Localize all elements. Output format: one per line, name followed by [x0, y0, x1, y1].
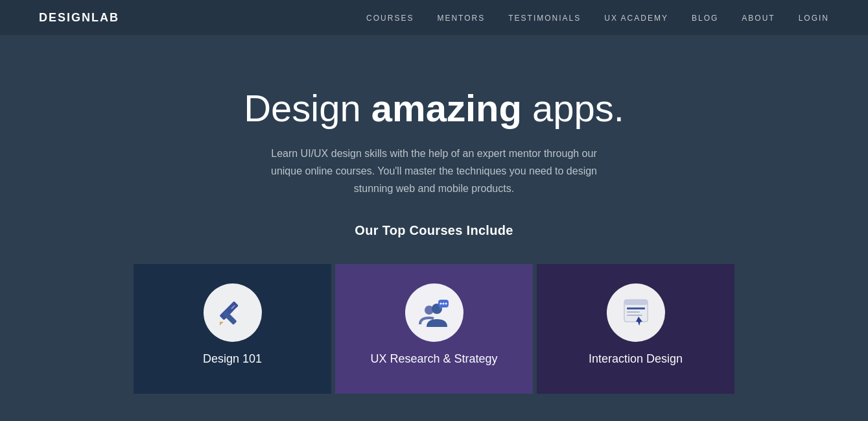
logo[interactable]: DESIGNLAB	[39, 11, 119, 25]
svg-rect-15	[627, 307, 645, 309]
design-101-icon-circle	[204, 283, 262, 342]
svg-point-10	[442, 303, 444, 305]
hero-title-bold: amazing	[371, 87, 522, 129]
cards-row: Design 101 UX	[0, 264, 868, 394]
logo-part2: LAB	[91, 11, 119, 24]
card-interaction-design[interactable]: Interaction Design	[537, 264, 734, 394]
nav-courses[interactable]: COURSES	[366, 14, 414, 23]
nav-login[interactable]: LOGIN	[799, 14, 829, 23]
hero-title: Design amazing apps.	[244, 88, 624, 129]
svg-point-9	[440, 303, 441, 305]
svg-line-5	[235, 310, 239, 313]
courses-heading: Our Top Courses Include	[355, 223, 513, 238]
ux-research-icon-circle	[405, 283, 463, 342]
nav-links: COURSES MENTORS TESTIMONIALS UX ACADEMY …	[366, 12, 829, 23]
svg-rect-17	[627, 315, 642, 316]
logo-part1: DESIGN	[39, 11, 91, 24]
ux-research-icon	[417, 296, 451, 330]
nav-ux-academy[interactable]: UX ACADEMY	[604, 14, 668, 23]
nav-about[interactable]: ABOUT	[742, 14, 775, 23]
card-interaction-title: Interaction Design	[589, 352, 683, 366]
card-design-101[interactable]: Design 101	[134, 264, 331, 394]
hero-subtitle: Learn UI/UX design skills with the help …	[266, 145, 603, 198]
nav-mentors[interactable]: MENTORS	[437, 14, 485, 23]
card-ux-title: UX Research & Strategy	[370, 352, 497, 366]
navigation: DESIGNLAB COURSES MENTORS TESTIMONIALS U…	[0, 0, 868, 36]
card-ux-research[interactable]: UX Research & Strategy	[335, 264, 533, 394]
hero-section: Design amazing apps. Learn UI/UX design …	[0, 36, 868, 421]
nav-blog[interactable]: BLOG	[692, 14, 718, 23]
design-101-icon	[216, 296, 250, 330]
interaction-design-icon	[619, 296, 653, 330]
svg-rect-14	[624, 300, 648, 305]
card-design-101-title: Design 101	[203, 352, 262, 366]
nav-testimonials[interactable]: TESTIMONIALS	[508, 14, 581, 23]
svg-marker-2	[218, 320, 223, 326]
interaction-design-icon-circle	[607, 283, 665, 342]
svg-point-11	[445, 303, 447, 305]
svg-rect-16	[627, 311, 640, 313]
